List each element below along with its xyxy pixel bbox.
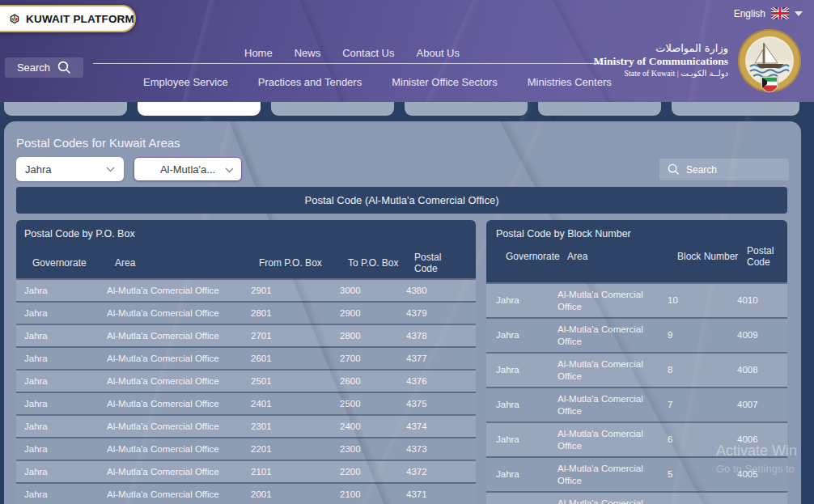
nav-minister-office-sectors[interactable]: Minister Office Sectors bbox=[392, 76, 498, 88]
kuwait-platform-logo[interactable]: KUWAIT PLATFORM bbox=[0, 5, 136, 32]
chevron-down-icon bbox=[225, 167, 234, 173]
area-dropdown[interactable]: Al-Mutla'a... bbox=[134, 157, 242, 181]
secondary-nav: Employee Service Practices and Tenders M… bbox=[143, 76, 612, 88]
state-of-kuwait-arabic: دولــة الكويـت bbox=[680, 69, 728, 78]
table-cell: 2501 bbox=[251, 375, 340, 387]
table-cell: 4377 bbox=[406, 353, 476, 364]
table-cell: Jahra bbox=[496, 434, 558, 445]
primary-nav: Home News Contact Us About Us bbox=[244, 47, 460, 59]
table-row: JahraAl-Mutla'a Comercial Office bbox=[486, 491, 787, 504]
language-selector[interactable]: English bbox=[734, 7, 803, 19]
search-icon bbox=[57, 61, 71, 74]
column-header: To P.O. Box bbox=[348, 257, 414, 269]
table-cell: Al-Mutla'a Comercial Office bbox=[107, 353, 251, 364]
state-of-kuwait-english: State of Kuwait bbox=[624, 69, 675, 78]
header-search-button[interactable]: Search bbox=[5, 57, 83, 78]
table-row: JahraAl-Mutla'a Comercial Office94009 bbox=[486, 317, 787, 352]
table-cell: Al-Mutla'a Comercial Office bbox=[558, 463, 668, 486]
table-cell: Jahra bbox=[24, 353, 107, 364]
table-cell: Al-Mutla'a Comercial Office bbox=[558, 393, 668, 417]
column-header: Postal Code bbox=[747, 245, 778, 269]
separator: | bbox=[677, 69, 679, 78]
block-number-table: Postal Code by Block Number Governorate … bbox=[486, 220, 787, 504]
nav-news[interactable]: News bbox=[295, 47, 321, 59]
column-header: Area bbox=[567, 251, 677, 262]
nav-home[interactable]: Home bbox=[244, 47, 273, 59]
kuwait-state-emblem bbox=[736, 28, 803, 100]
table-cell: 2900 bbox=[340, 307, 406, 319]
search-placeholder: Search bbox=[686, 164, 717, 176]
table-cell: Jahra bbox=[24, 466, 107, 477]
page-title: Postal Codes for Kuwait Areas bbox=[16, 136, 180, 150]
ministry-arabic-title: وزارة المواصلات bbox=[542, 42, 728, 55]
nav-contact-us[interactable]: Contact Us bbox=[342, 47, 394, 59]
table-cell: 4372 bbox=[406, 466, 476, 477]
table-cell: 2401 bbox=[251, 398, 340, 409]
table-cell: Al-Mutla'a Comercial Office bbox=[558, 358, 668, 382]
table-cell: 4379 bbox=[406, 307, 476, 319]
table-cell: Al-Mutla'a Comercial Office bbox=[107, 375, 251, 387]
table-row: JahraAl-Mutla'a Comercial Office26012700… bbox=[16, 346, 476, 369]
table-cell: 2201 bbox=[251, 443, 340, 455]
po-box-table-header: Postal Code by P.O. Box Governorate Area… bbox=[16, 220, 476, 278]
table-cell: Jahra bbox=[496, 364, 558, 375]
table-cell: Al-Mutla'a Comercial Office bbox=[558, 498, 668, 504]
table-cell: Jahra bbox=[24, 307, 107, 319]
table-cell: 10 bbox=[668, 294, 737, 306]
table-cell: 2500 bbox=[340, 398, 406, 409]
table-cell: 2800 bbox=[340, 330, 406, 341]
table-cell: Al-Mutla'a Comercial Office bbox=[107, 466, 251, 477]
table-cell: 4375 bbox=[406, 398, 476, 409]
table-cell: 2001 bbox=[251, 489, 340, 500]
table-cell: Al-Mutla'a Comercial Office bbox=[107, 489, 251, 500]
table-cell: Jahra bbox=[496, 399, 558, 410]
table-row: JahraAl-Mutla'a Comercial Office29013000… bbox=[16, 278, 476, 301]
table-search-input[interactable]: Search bbox=[659, 159, 789, 180]
column-header: From P.O. Box bbox=[259, 257, 348, 269]
block-column-headers: Governorate Area Block Number Postal Cod… bbox=[496, 245, 778, 269]
po-box-table-body: JahraAl-Mutla'a Comercial Office29013000… bbox=[16, 278, 476, 504]
table-row: JahraAl-Mutla'a Comercial Office27012800… bbox=[16, 324, 476, 346]
table-cell: Jahra bbox=[24, 285, 107, 296]
table-cell: Jahra bbox=[24, 489, 107, 500]
table-cell: Jahra bbox=[496, 294, 558, 306]
table-cell: Al-Mutla'a Comercial Office bbox=[558, 324, 668, 347]
block-table-header: Postal Code by Block Number Governorate … bbox=[486, 220, 787, 282]
table-cell: Jahra bbox=[496, 468, 558, 480]
site-header: KUWAIT PLATFORM Search English Home News… bbox=[0, 0, 814, 102]
table-cell: 2601 bbox=[251, 353, 340, 364]
po-box-table-title: Postal Code by P.O. Box bbox=[24, 228, 468, 239]
column-header: Area bbox=[115, 257, 259, 269]
kuwait-platform-logo-icon bbox=[10, 9, 19, 28]
table-cell: 4009 bbox=[737, 329, 787, 341]
table-cell: 4371 bbox=[406, 489, 476, 500]
table-row: JahraAl-Mutla'a Comercial Office23012400… bbox=[16, 414, 476, 437]
search-icon bbox=[668, 163, 680, 176]
nav-about-us[interactable]: About Us bbox=[417, 47, 460, 59]
chevron-down-icon bbox=[795, 11, 803, 16]
windows-activation-watermark-line2: Go to Settings to bbox=[716, 463, 795, 475]
area-dropdown-value: Al-Mutla'a... bbox=[160, 163, 215, 176]
ministry-english-title: Ministry of Communications bbox=[542, 55, 728, 69]
po-box-table: Postal Code by P.O. Box Governorate Area… bbox=[16, 220, 476, 504]
table-cell: Al-Mutla'a Comercial Office bbox=[107, 421, 251, 432]
block-table-title: Postal Code by Block Number bbox=[496, 228, 778, 239]
table-cell: 4378 bbox=[406, 330, 476, 341]
table-cell: Jahra bbox=[24, 421, 107, 432]
po-box-column-headers: Governorate Area From P.O. Box To P.O. B… bbox=[24, 252, 468, 275]
nav-practices-tenders[interactable]: Practices and Tenders bbox=[258, 76, 362, 88]
table-cell: 4010 bbox=[737, 294, 787, 306]
governorate-dropdown[interactable]: Jahra bbox=[16, 157, 124, 181]
table-cell: 2701 bbox=[251, 330, 340, 341]
table-cell: 2901 bbox=[251, 285, 340, 296]
result-banner-title: Postal Code (Al-Mutla'a Comercial Office… bbox=[305, 194, 499, 206]
governorate-dropdown-value: Jahra bbox=[25, 163, 52, 176]
table-cell: 2101 bbox=[251, 466, 340, 477]
column-header: Postal Code bbox=[414, 252, 468, 275]
table-row: JahraAl-Mutla'a Comercial Office24012500… bbox=[16, 392, 476, 414]
logo-text: KUWAIT PLATFORM bbox=[26, 13, 134, 25]
nav-employee-service[interactable]: Employee Service bbox=[143, 76, 228, 88]
table-row: JahraAl-Mutla'a Comercial Office22012300… bbox=[16, 437, 476, 460]
table-cell: 4007 bbox=[737, 399, 787, 410]
table-cell: Jahra bbox=[24, 330, 107, 341]
